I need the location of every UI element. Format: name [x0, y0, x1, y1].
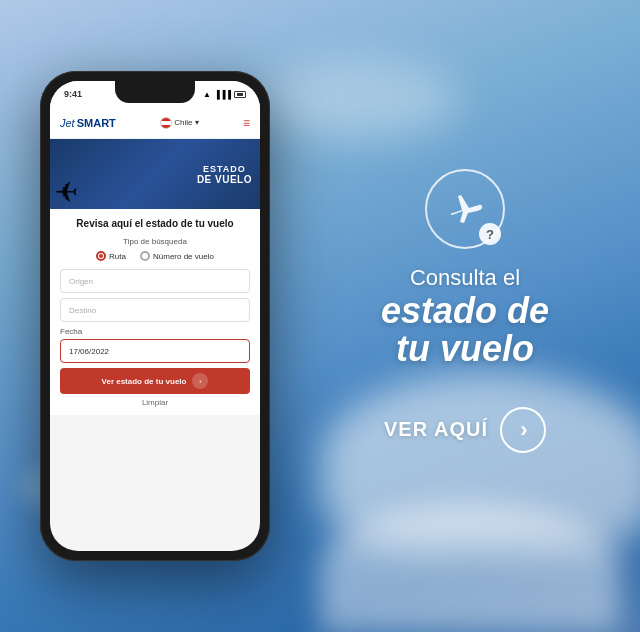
- banner-line1: ESTADO: [197, 164, 252, 174]
- chile-flag: [160, 117, 172, 129]
- country-name: Chile: [174, 118, 192, 127]
- phone-screen: 9:41 ▲ ▐▐▐ JetSMART Chile ▾: [50, 81, 260, 551]
- banner-plane-icon: ✈: [55, 176, 78, 209]
- fecha-input[interactable]: 17/06/2022: [60, 339, 250, 363]
- tu-vuelo-label: tu vuelo: [396, 329, 534, 369]
- chevron-right-icon: ›: [520, 417, 527, 443]
- flight-status-icon-circle: ?: [425, 169, 505, 249]
- fecha-value: 17/06/2022: [69, 347, 109, 356]
- origin-input[interactable]: Origen: [60, 269, 250, 293]
- destino-placeholder: Destino: [69, 306, 96, 315]
- wifi-icon: ▲: [203, 90, 211, 99]
- radio-ruta-label: Ruta: [109, 252, 126, 261]
- radio-numero[interactable]: Número de vuelo: [140, 251, 214, 261]
- search-button[interactable]: Ver estado de tu vuelo ›: [60, 368, 250, 394]
- radio-numero-dot: [140, 251, 150, 261]
- left-panel: 9:41 ▲ ▐▐▐ JetSMART Chile ▾: [0, 0, 300, 632]
- main-content: 9:41 ▲ ▐▐▐ JetSMART Chile ▾: [0, 0, 640, 632]
- battery-icon: [234, 91, 246, 98]
- status-time: 9:41: [64, 89, 82, 99]
- limpiar-text[interactable]: Limpiar: [60, 398, 250, 407]
- ver-aqui-text: VER AQUÍ: [384, 418, 488, 441]
- right-panel: ? Consulta el estado de tu vuelo VER AQU…: [300, 0, 640, 632]
- question-badge: ?: [479, 223, 501, 245]
- destino-input[interactable]: Destino: [60, 298, 250, 322]
- radio-numero-label: Número de vuelo: [153, 252, 214, 261]
- consulta-label: Consulta el: [410, 265, 520, 291]
- radio-group: Ruta Número de vuelo: [60, 251, 250, 261]
- radio-ruta[interactable]: Ruta: [96, 251, 126, 261]
- banner-text: ESTADO DE VUELO: [197, 164, 252, 185]
- ver-aqui-button[interactable]: ›: [500, 407, 546, 453]
- phone-notch: [115, 81, 195, 103]
- country-badge[interactable]: Chile ▾: [160, 117, 198, 129]
- logo-smart: SMART: [77, 117, 116, 129]
- phone-mockup: 9:41 ▲ ▐▐▐ JetSMART Chile ▾: [40, 71, 270, 561]
- origin-placeholder: Origen: [69, 277, 93, 286]
- phone-content: Revisa aquí el estado de tu vuelo Tipo d…: [50, 209, 260, 415]
- search-btn-text: Ver estado de tu vuelo: [102, 377, 187, 386]
- phone-banner: ✈ ESTADO DE VUELO: [50, 139, 260, 209]
- plane-svg-icon: [442, 186, 488, 232]
- banner-line2: DE VUELO: [197, 174, 252, 185]
- jetsmart-logo: JetSMART: [60, 117, 116, 129]
- phone-nav: JetSMART Chile ▾ ≡: [50, 107, 260, 139]
- estado-label: estado de: [381, 293, 549, 329]
- fecha-label: Fecha: [60, 327, 250, 336]
- status-icons: ▲ ▐▐▐: [203, 90, 246, 99]
- search-title: Revisa aquí el estado de tu vuelo: [60, 217, 250, 231]
- ver-aqui-row[interactable]: VER AQUÍ ›: [384, 407, 546, 453]
- radio-ruta-dot: [96, 251, 106, 261]
- search-type-label: Tipo de búsqueda: [60, 237, 250, 246]
- menu-icon[interactable]: ≡: [243, 116, 250, 130]
- dropdown-arrow: ▾: [195, 118, 199, 127]
- logo-jet: Jet: [60, 117, 75, 129]
- signal-icon: ▐▐▐: [214, 90, 231, 99]
- search-btn-arrow: ›: [192, 373, 208, 389]
